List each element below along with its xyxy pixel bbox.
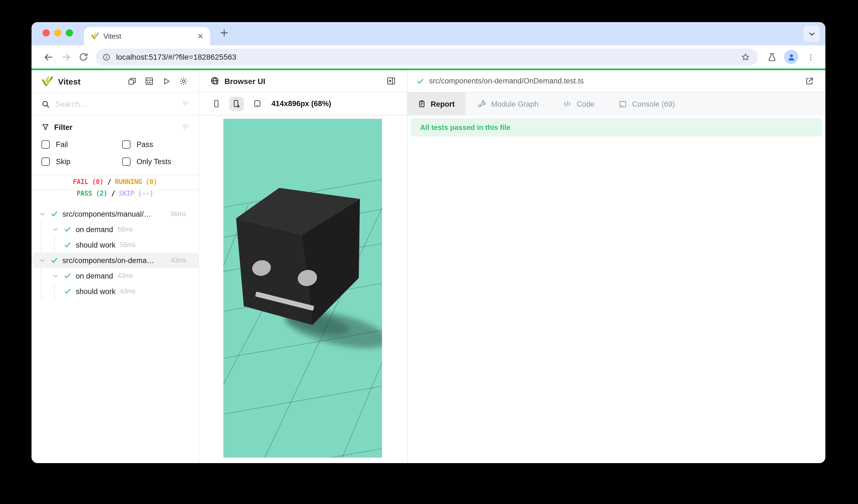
open-panel-right-icon[interactable] bbox=[385, 75, 397, 87]
collapse-panels-icon[interactable] bbox=[126, 75, 138, 87]
chevron-down-icon[interactable] bbox=[52, 226, 59, 233]
filter-option-fail[interactable]: Fail bbox=[42, 137, 122, 151]
forward-icon[interactable] bbox=[57, 48, 75, 66]
running-count: RUNNING (0) bbox=[115, 178, 157, 186]
checkbox-skip[interactable] bbox=[42, 158, 50, 166]
pass-check-icon bbox=[50, 210, 58, 218]
suite-label: on demand bbox=[76, 272, 113, 280]
pass-check-icon bbox=[64, 241, 71, 249]
filter-label-only-tests: Only Tests bbox=[137, 158, 171, 166]
chevron-down-icon[interactable] bbox=[52, 272, 59, 279]
tab-title: Vitest bbox=[104, 32, 121, 40]
device-phone-small-icon[interactable] bbox=[210, 98, 222, 110]
external-link-icon[interactable] bbox=[803, 75, 815, 87]
test-duration: 56ms bbox=[171, 211, 186, 217]
test-file-path: src/components/on-demand/OnDemand.test.t… bbox=[429, 77, 584, 85]
browser-ui-panel: Browser UI 414x896px (68%) bbox=[199, 70, 408, 463]
traffic-light-close[interactable] bbox=[43, 29, 50, 36]
report-header: src/components/on-demand/OnDemand.test.t… bbox=[408, 70, 825, 92]
back-icon[interactable] bbox=[39, 48, 57, 66]
test-label: should work bbox=[76, 287, 115, 295]
tree-row-file-on-demand-selected[interactable]: src/components/on-dema… 43ms bbox=[32, 253, 198, 268]
tree-row-suite[interactable]: on demand 43ms bbox=[32, 268, 198, 283]
sidebar: Vitest bbox=[32, 70, 199, 463]
theme-toggle-sun-icon[interactable] bbox=[177, 75, 190, 87]
checkbox-only-tests[interactable] bbox=[122, 158, 130, 166]
fail-count: FAIL (0) bbox=[73, 178, 104, 186]
tab-report[interactable]: Report bbox=[408, 92, 465, 115]
console-icon bbox=[619, 100, 627, 108]
tab-module-graph-label: Module Graph bbox=[491, 100, 538, 108]
test-file-label: src/components/on-dema… bbox=[62, 256, 154, 264]
browser-tab[interactable]: Vitest bbox=[84, 27, 210, 45]
search-bar bbox=[32, 92, 198, 115]
pass-check-icon bbox=[64, 287, 71, 295]
bookmark-star-icon[interactable] bbox=[736, 52, 754, 62]
pass-check-icon bbox=[50, 256, 58, 264]
screen: Vitest localhost:5173/#/?file=1828625563 bbox=[0, 0, 858, 504]
test-duration: 43ms bbox=[120, 288, 136, 295]
viewport-size-label[interactable]: 414x896px (68%) bbox=[271, 99, 331, 108]
tree-row-file-manual[interactable]: src/components/manual/… 56ms bbox=[32, 206, 198, 222]
profile-avatar[interactable] bbox=[784, 50, 798, 64]
report-clipboard-icon bbox=[418, 100, 426, 108]
chevron-down-icon[interactable] bbox=[39, 257, 46, 264]
chrome-labs-flask-icon[interactable] bbox=[762, 48, 781, 66]
url-text: localhost:5173/#/?file=1828625563 bbox=[116, 52, 236, 61]
clear-search-filter-icon[interactable] bbox=[181, 100, 190, 108]
all-tests-passed-banner: All tests passed in this file bbox=[411, 118, 822, 136]
chevron-down-icon[interactable] bbox=[39, 210, 46, 217]
tab-code[interactable]: Code bbox=[551, 92, 607, 115]
browser-preview-area bbox=[199, 115, 407, 463]
filter-option-skip[interactable]: Skip bbox=[42, 155, 122, 168]
vitest-logo bbox=[42, 76, 53, 87]
tab-search-chevron-icon[interactable] bbox=[803, 26, 820, 42]
filter-label-fail: Fail bbox=[56, 140, 68, 149]
filter-panel: Filter Fail Pass bbox=[32, 115, 198, 175]
tab-close-icon[interactable] bbox=[197, 33, 204, 39]
browser-ui-header: Browser UI bbox=[199, 70, 407, 92]
filter-title-row: Filter bbox=[42, 120, 190, 134]
browser-preview-canvas[interactable] bbox=[223, 119, 382, 458]
device-phone-selected[interactable] bbox=[229, 96, 244, 111]
filter-option-only-tests[interactable]: Only Tests bbox=[122, 155, 190, 168]
suite-label: on demand bbox=[76, 225, 113, 233]
traffic-light-zoom[interactable] bbox=[66, 29, 73, 36]
clear-filter-icon[interactable] bbox=[181, 123, 190, 131]
banner-text: All tests passed in this file bbox=[420, 123, 510, 131]
tab-console[interactable]: Console (69) bbox=[607, 92, 687, 115]
tree-row-test[interactable]: should work 55ms bbox=[32, 237, 198, 253]
tree-row-suite[interactable]: on demand 56ms bbox=[32, 222, 198, 237]
test-duration: 55ms bbox=[120, 242, 136, 248]
vitest-ui: Vitest bbox=[32, 70, 825, 463]
code-icon bbox=[563, 99, 572, 108]
filter-label-pass: Pass bbox=[137, 140, 153, 149]
reload-icon[interactable] bbox=[75, 48, 92, 66]
module-graph-icon bbox=[477, 99, 486, 108]
device-tablet-icon[interactable] bbox=[251, 98, 263, 110]
tree-row-test[interactable]: should work 43ms bbox=[32, 283, 198, 299]
device-toolbar: 414x896px (68%) bbox=[199, 92, 407, 115]
file-pass-check-icon bbox=[416, 77, 424, 85]
filter-options: Fail Pass Skip Only Tests bbox=[42, 137, 190, 168]
filter-title: Filter bbox=[54, 123, 73, 131]
run-all-icon[interactable] bbox=[160, 75, 173, 87]
test-duration: 43ms bbox=[171, 257, 186, 264]
test-status-summary: FAIL (0) / RUNNING (0) PASS (2) / SKIP (… bbox=[32, 175, 198, 205]
filter-option-pass[interactable]: Pass bbox=[122, 137, 190, 151]
tab-console-label: Console (69) bbox=[632, 100, 675, 108]
site-info-icon[interactable] bbox=[102, 53, 111, 61]
new-tab-icon[interactable] bbox=[216, 25, 232, 40]
search-input[interactable] bbox=[55, 99, 176, 108]
traffic-light-minimize[interactable] bbox=[54, 29, 61, 36]
test-file-label: src/components/manual/… bbox=[62, 210, 151, 218]
dashboard-icon[interactable] bbox=[143, 75, 155, 87]
browser-window: Vitest localhost:5173/#/?file=1828625563 bbox=[32, 22, 825, 463]
checkbox-pass[interactable] bbox=[122, 140, 130, 149]
tab-report-label: Report bbox=[431, 100, 455, 108]
status-line-fail-running: FAIL (0) / RUNNING (0) bbox=[32, 178, 198, 186]
address-bar[interactable]: localhost:5173/#/?file=1828625563 bbox=[96, 49, 758, 65]
browser-menu-kebab-icon[interactable] bbox=[801, 48, 820, 66]
tab-module-graph[interactable]: Module Graph bbox=[465, 92, 551, 115]
checkbox-fail[interactable] bbox=[42, 140, 50, 149]
